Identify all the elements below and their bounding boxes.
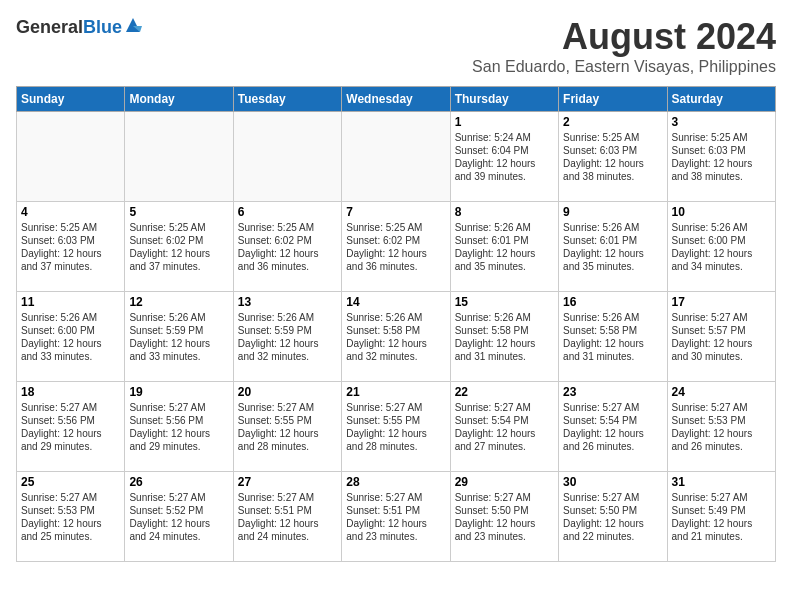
day-number: 25 — [21, 475, 120, 489]
calendar-cell: 17Sunrise: 5:27 AM Sunset: 5:57 PM Dayli… — [667, 292, 775, 382]
day-info: Sunrise: 5:27 AM Sunset: 5:56 PM Dayligh… — [129, 401, 228, 453]
calendar-cell: 2Sunrise: 5:25 AM Sunset: 6:03 PM Daylig… — [559, 112, 667, 202]
header: General Blue August 2024 San Eduardo, Ea… — [16, 16, 776, 76]
calendar-cell: 25Sunrise: 5:27 AM Sunset: 5:53 PM Dayli… — [17, 472, 125, 562]
day-info: Sunrise: 5:25 AM Sunset: 6:03 PM Dayligh… — [21, 221, 120, 273]
day-info: Sunrise: 5:26 AM Sunset: 6:00 PM Dayligh… — [21, 311, 120, 363]
calendar-cell: 20Sunrise: 5:27 AM Sunset: 5:55 PM Dayli… — [233, 382, 341, 472]
calendar-cell: 3Sunrise: 5:25 AM Sunset: 6:03 PM Daylig… — [667, 112, 775, 202]
day-number: 16 — [563, 295, 662, 309]
calendar-cell: 22Sunrise: 5:27 AM Sunset: 5:54 PM Dayli… — [450, 382, 558, 472]
day-info: Sunrise: 5:27 AM Sunset: 5:55 PM Dayligh… — [238, 401, 337, 453]
day-number: 29 — [455, 475, 554, 489]
calendar-cell: 6Sunrise: 5:25 AM Sunset: 6:02 PM Daylig… — [233, 202, 341, 292]
calendar-cell: 12Sunrise: 5:26 AM Sunset: 5:59 PM Dayli… — [125, 292, 233, 382]
day-number: 31 — [672, 475, 771, 489]
day-number: 22 — [455, 385, 554, 399]
calendar-cell: 26Sunrise: 5:27 AM Sunset: 5:52 PM Dayli… — [125, 472, 233, 562]
day-number: 14 — [346, 295, 445, 309]
day-number: 7 — [346, 205, 445, 219]
day-number: 15 — [455, 295, 554, 309]
day-number: 2 — [563, 115, 662, 129]
calendar-cell — [125, 112, 233, 202]
day-info: Sunrise: 5:26 AM Sunset: 5:58 PM Dayligh… — [346, 311, 445, 363]
weekday-header-friday: Friday — [559, 87, 667, 112]
calendar-cell: 27Sunrise: 5:27 AM Sunset: 5:51 PM Dayli… — [233, 472, 341, 562]
day-info: Sunrise: 5:27 AM Sunset: 5:51 PM Dayligh… — [346, 491, 445, 543]
weekday-header-thursday: Thursday — [450, 87, 558, 112]
day-info: Sunrise: 5:26 AM Sunset: 6:00 PM Dayligh… — [672, 221, 771, 273]
day-info: Sunrise: 5:27 AM Sunset: 5:57 PM Dayligh… — [672, 311, 771, 363]
calendar-cell: 11Sunrise: 5:26 AM Sunset: 6:00 PM Dayli… — [17, 292, 125, 382]
calendar-table: SundayMondayTuesdayWednesdayThursdayFrid… — [16, 86, 776, 562]
day-number: 4 — [21, 205, 120, 219]
logo-blue-text: Blue — [83, 17, 122, 38]
day-info: Sunrise: 5:25 AM Sunset: 6:02 PM Dayligh… — [238, 221, 337, 273]
day-info: Sunrise: 5:27 AM Sunset: 5:53 PM Dayligh… — [21, 491, 120, 543]
calendar-cell: 10Sunrise: 5:26 AM Sunset: 6:00 PM Dayli… — [667, 202, 775, 292]
weekday-header-monday: Monday — [125, 87, 233, 112]
day-number: 8 — [455, 205, 554, 219]
calendar-cell: 15Sunrise: 5:26 AM Sunset: 5:58 PM Dayli… — [450, 292, 558, 382]
calendar-cell: 9Sunrise: 5:26 AM Sunset: 6:01 PM Daylig… — [559, 202, 667, 292]
week-row-3: 11Sunrise: 5:26 AM Sunset: 6:00 PM Dayli… — [17, 292, 776, 382]
day-info: Sunrise: 5:27 AM Sunset: 5:49 PM Dayligh… — [672, 491, 771, 543]
day-number: 12 — [129, 295, 228, 309]
calendar-cell: 4Sunrise: 5:25 AM Sunset: 6:03 PM Daylig… — [17, 202, 125, 292]
day-number: 5 — [129, 205, 228, 219]
location-subtitle: San Eduardo, Eastern Visayas, Philippine… — [472, 58, 776, 76]
calendar-cell: 23Sunrise: 5:27 AM Sunset: 5:54 PM Dayli… — [559, 382, 667, 472]
calendar-cell: 1Sunrise: 5:24 AM Sunset: 6:04 PM Daylig… — [450, 112, 558, 202]
day-info: Sunrise: 5:26 AM Sunset: 5:59 PM Dayligh… — [238, 311, 337, 363]
day-info: Sunrise: 5:26 AM Sunset: 6:01 PM Dayligh… — [455, 221, 554, 273]
day-info: Sunrise: 5:27 AM Sunset: 5:50 PM Dayligh… — [563, 491, 662, 543]
day-number: 10 — [672, 205, 771, 219]
weekday-header-wednesday: Wednesday — [342, 87, 450, 112]
day-info: Sunrise: 5:27 AM Sunset: 5:52 PM Dayligh… — [129, 491, 228, 543]
calendar-cell: 8Sunrise: 5:26 AM Sunset: 6:01 PM Daylig… — [450, 202, 558, 292]
day-number: 9 — [563, 205, 662, 219]
weekday-header-tuesday: Tuesday — [233, 87, 341, 112]
calendar-cell: 28Sunrise: 5:27 AM Sunset: 5:51 PM Dayli… — [342, 472, 450, 562]
calendar-cell: 5Sunrise: 5:25 AM Sunset: 6:02 PM Daylig… — [125, 202, 233, 292]
day-info: Sunrise: 5:24 AM Sunset: 6:04 PM Dayligh… — [455, 131, 554, 183]
week-row-1: 1Sunrise: 5:24 AM Sunset: 6:04 PM Daylig… — [17, 112, 776, 202]
day-info: Sunrise: 5:27 AM Sunset: 5:51 PM Dayligh… — [238, 491, 337, 543]
day-number: 21 — [346, 385, 445, 399]
day-number: 19 — [129, 385, 228, 399]
calendar-cell: 31Sunrise: 5:27 AM Sunset: 5:49 PM Dayli… — [667, 472, 775, 562]
day-number: 18 — [21, 385, 120, 399]
calendar-cell: 7Sunrise: 5:25 AM Sunset: 6:02 PM Daylig… — [342, 202, 450, 292]
day-info: Sunrise: 5:27 AM Sunset: 5:55 PM Dayligh… — [346, 401, 445, 453]
day-number: 28 — [346, 475, 445, 489]
calendar-cell: 24Sunrise: 5:27 AM Sunset: 5:53 PM Dayli… — [667, 382, 775, 472]
calendar-cell: 18Sunrise: 5:27 AM Sunset: 5:56 PM Dayli… — [17, 382, 125, 472]
day-number: 24 — [672, 385, 771, 399]
day-number: 20 — [238, 385, 337, 399]
day-number: 6 — [238, 205, 337, 219]
calendar-cell — [17, 112, 125, 202]
calendar-cell — [233, 112, 341, 202]
day-number: 30 — [563, 475, 662, 489]
calendar-cell — [342, 112, 450, 202]
logo-icon — [124, 16, 142, 34]
week-row-2: 4Sunrise: 5:25 AM Sunset: 6:03 PM Daylig… — [17, 202, 776, 292]
day-number: 23 — [563, 385, 662, 399]
day-number: 11 — [21, 295, 120, 309]
week-row-4: 18Sunrise: 5:27 AM Sunset: 5:56 PM Dayli… — [17, 382, 776, 472]
day-info: Sunrise: 5:26 AM Sunset: 6:01 PM Dayligh… — [563, 221, 662, 273]
day-info: Sunrise: 5:26 AM Sunset: 5:58 PM Dayligh… — [563, 311, 662, 363]
day-number: 27 — [238, 475, 337, 489]
day-info: Sunrise: 5:27 AM Sunset: 5:53 PM Dayligh… — [672, 401, 771, 453]
calendar-cell: 21Sunrise: 5:27 AM Sunset: 5:55 PM Dayli… — [342, 382, 450, 472]
day-number: 13 — [238, 295, 337, 309]
day-info: Sunrise: 5:27 AM Sunset: 5:56 PM Dayligh… — [21, 401, 120, 453]
day-info: Sunrise: 5:27 AM Sunset: 5:54 PM Dayligh… — [563, 401, 662, 453]
calendar-cell: 16Sunrise: 5:26 AM Sunset: 5:58 PM Dayli… — [559, 292, 667, 382]
title-area: August 2024 San Eduardo, Eastern Visayas… — [472, 16, 776, 76]
day-number: 26 — [129, 475, 228, 489]
day-info: Sunrise: 5:25 AM Sunset: 6:03 PM Dayligh… — [672, 131, 771, 183]
weekday-header-saturday: Saturday — [667, 87, 775, 112]
day-number: 17 — [672, 295, 771, 309]
day-number: 3 — [672, 115, 771, 129]
